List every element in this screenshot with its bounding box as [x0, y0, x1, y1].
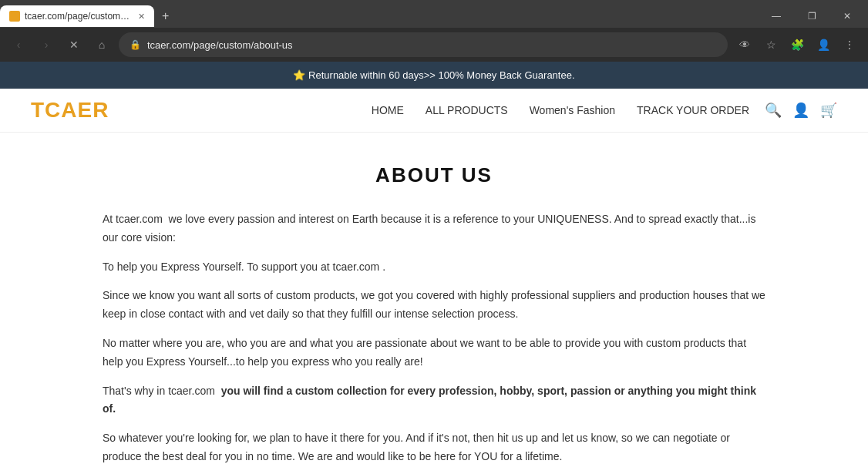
about-para-6: So whatever you're looking for, we plan … [103, 429, 765, 464]
new-tab-button[interactable]: + [154, 9, 177, 23]
header-icons: 🔍 👤 🛒 [765, 102, 837, 119]
home-button[interactable]: ⌂ [91, 34, 113, 55]
close-button[interactable]: ✕ [829, 2, 865, 30]
page-title: ABOUT US [103, 163, 765, 187]
tab-title: tcaer.com/page/custom/abou... [25, 11, 130, 22]
about-text: At tcaer.com we love every passion and i… [103, 210, 765, 464]
main-content: ABOUT US At tcaer.com we love every pass… [87, 133, 781, 464]
eye-icon[interactable]: 👁 [734, 34, 755, 55]
announcement-bar: ⭐ Returnable within 60 days>> 100% Money… [0, 62, 868, 89]
lock-icon: 🔒 [130, 39, 141, 50]
site-logo[interactable]: TCAER [31, 98, 109, 123]
address-bar-row: ‹ › ✕ ⌂ 🔒 tcaer.com/page/custom/about-us… [0, 28, 868, 62]
announcement-text: Returnable within 60 days>> 100% Money B… [308, 69, 574, 81]
tab-close-button[interactable]: ✕ [138, 12, 145, 22]
profile-icon[interactable]: 👤 [812, 34, 834, 55]
menu-icon[interactable]: ⋮ [839, 34, 860, 55]
restore-button[interactable]: ❐ [794, 2, 829, 30]
site-header: TCAER HOME ALL PRODUCTS Women's Fashion … [0, 89, 868, 133]
browser-chrome: tcaer.com/page/custom/abou... ✕ + — ❐ ✕ … [0, 0, 868, 62]
minimize-button[interactable]: — [759, 2, 794, 30]
account-icon[interactable]: 👤 [792, 102, 809, 119]
about-para-4: No matter where you are, who you are and… [103, 335, 765, 372]
main-nav: HOME ALL PRODUCTS Women's Fashion TRACK … [372, 104, 749, 116]
nav-track-order[interactable]: TRACK YOUR ORDER [637, 104, 749, 116]
about-para-2: To help you Express Yourself. To support… [103, 258, 765, 277]
about-para-5: That's why in tcaer.com you will find a … [103, 382, 765, 419]
forward-button[interactable]: › [35, 34, 57, 55]
tab-bar: tcaer.com/page/custom/abou... ✕ + — ❐ ✕ [0, 0, 868, 28]
window-controls: — ❐ ✕ [759, 2, 868, 30]
address-text: tcaer.com/page/custom/about-us [147, 39, 717, 51]
nav-all-products[interactable]: ALL PRODUCTS [426, 104, 508, 116]
nav-womens-fashion[interactable]: Women's Fashion [530, 104, 615, 116]
cart-icon[interactable]: 🛒 [820, 102, 837, 119]
active-tab[interactable]: tcaer.com/page/custom/abou... ✕ [0, 5, 154, 27]
browser-action-icons: 👁 ☆ 🧩 👤 ⋮ [734, 34, 860, 55]
address-bar[interactable]: 🔒 tcaer.com/page/custom/about-us [119, 32, 728, 57]
close-nav-button[interactable]: ✕ [63, 34, 85, 55]
tab-favicon [9, 11, 20, 22]
star-icon: ⭐ [293, 69, 305, 81]
bold-collection-text: you will find a custom collection for ev… [103, 385, 756, 415]
nav-home[interactable]: HOME [372, 104, 404, 116]
bookmark-icon[interactable]: ☆ [760, 34, 782, 55]
about-para-1: At tcaer.com we love every passion and i… [103, 210, 765, 247]
extensions-icon[interactable]: 🧩 [786, 34, 808, 55]
search-icon[interactable]: 🔍 [765, 102, 782, 119]
back-button[interactable]: ‹ [8, 34, 29, 55]
about-para-3: Since we know you want all sorts of cust… [103, 287, 765, 324]
